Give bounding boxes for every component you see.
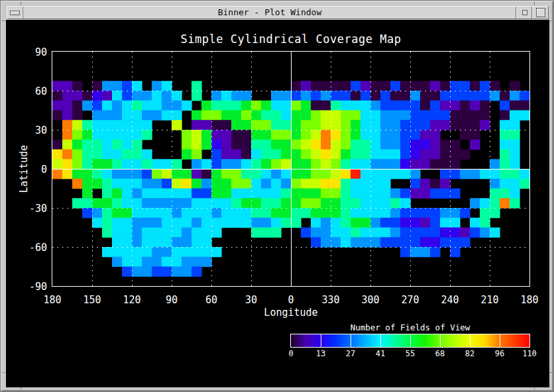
y-tick-label: -30	[15, 203, 47, 215]
colorbar-separator	[351, 334, 351, 347]
x-tick-label: 300	[361, 294, 379, 306]
colorbar-separator	[380, 334, 381, 347]
plot-area: Simple Cylindrical Coverage Map Longitud…	[6, 20, 549, 387]
titlebar[interactable]: Binner - Plot Window	[7, 6, 549, 19]
frame-notch	[534, 1, 535, 6]
coverage-map-canvas	[52, 51, 530, 287]
x-tick-label: 60	[205, 294, 217, 306]
maximize-button[interactable]	[532, 7, 548, 19]
x-axis-label: Longitude	[264, 307, 317, 318]
window-menu-icon	[10, 11, 20, 15]
frame-notch	[21, 1, 21, 6]
colorbar-separator	[440, 334, 441, 347]
colorbar-separator	[410, 334, 411, 347]
frame-notch	[1, 372, 6, 373]
colorbar-tick-label: 82	[465, 349, 474, 358]
colorbar-separator	[321, 334, 321, 347]
x-tick-label: 270	[401, 294, 419, 306]
colorbar-gradient	[290, 334, 530, 348]
y-tick-label: 30	[15, 124, 47, 136]
colorbar-tick-label: 55	[406, 349, 415, 358]
colorbar-separator	[470, 334, 471, 347]
minimize-button[interactable]	[516, 7, 532, 19]
colorbar-title: Number of Fields of View	[351, 322, 471, 332]
window-menu-button[interactable]	[7, 7, 23, 19]
window-title: Binner - Plot Window	[23, 7, 516, 19]
colorbar-tick-label: 0	[288, 349, 293, 358]
colorbar-tick-label: 13	[316, 349, 325, 358]
colorbar-tick-label: 68	[435, 349, 445, 358]
y-tick-label: 0	[15, 164, 47, 175]
y-tick-label: 60	[15, 85, 47, 97]
x-tick-label: 330	[321, 294, 339, 306]
y-tick-label: 90	[15, 46, 47, 58]
x-tick-label: 180	[520, 294, 538, 306]
x-tick-label: 0	[288, 294, 294, 306]
colorbar-tick-label: 27	[346, 349, 355, 358]
x-tick-label: 150	[83, 294, 101, 306]
y-tick-label: -60	[15, 242, 47, 254]
x-tick-label: 120	[123, 294, 140, 306]
colorbar-tick-label: 110	[522, 349, 537, 358]
plot-title: Simple Cylindrical Coverage Map	[181, 32, 402, 46]
y-tick-label: -90	[15, 281, 47, 293]
colorbar-separator	[500, 334, 500, 347]
colorbar-tick-label: 96	[495, 349, 504, 358]
x-tick-label: 180	[43, 294, 61, 306]
window-frame: Binner - Plot Window Simple Cylindrical …	[0, 0, 554, 392]
minimize-icon	[522, 10, 527, 15]
x-tick-label: 240	[441, 294, 459, 306]
frame-notch	[1, 21, 6, 21]
x-tick-label: 90	[166, 294, 178, 306]
x-tick-label: 210	[480, 294, 498, 306]
colorbar-tick-label: 41	[376, 349, 385, 358]
maximize-icon	[536, 8, 545, 17]
x-tick-label: 30	[245, 294, 257, 306]
